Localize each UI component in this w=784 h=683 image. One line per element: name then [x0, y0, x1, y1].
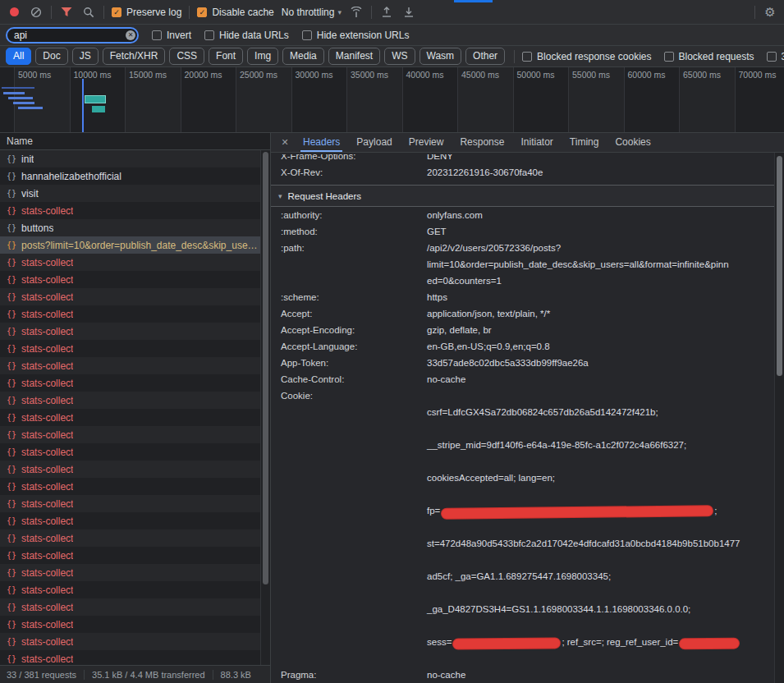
request-row[interactable]: {} stats-collect: [0, 202, 260, 219]
request-row[interactable]: {} stats-collect: [0, 616, 260, 633]
network-overview-timeline[interactable]: 5000 ms 10000 ms 15000 ms 20000 ms 25000…: [0, 67, 784, 133]
details-tab[interactable]: Payload: [348, 133, 400, 152]
header-name: Cookie:: [271, 387, 427, 667]
request-row[interactable]: {} stats-collect: [0, 633, 260, 650]
details-tab[interactable]: Headers: [295, 133, 348, 152]
top-blue-strip: [454, 0, 493, 2]
request-name: stats-collect: [21, 343, 73, 355]
type-filter-chip[interactable]: Manifest: [328, 48, 380, 65]
clear-filter-icon[interactable]: ✕: [126, 30, 135, 40]
json-braces-icon: {}: [7, 292, 16, 301]
request-row[interactable]: {} hannahelizabethofficial: [0, 167, 260, 185]
details-tab[interactable]: Timing: [562, 133, 607, 152]
close-details-button[interactable]: ✕: [276, 137, 294, 148]
requests-scrollbar[interactable]: [260, 150, 270, 665]
request-row[interactable]: {} stats-collect: [0, 305, 260, 323]
settings-button[interactable]: ⚙: [763, 5, 777, 20]
blocked-requests-checkbox[interactable]: Blocked requests: [664, 51, 754, 62]
request-type-filter-bar: All Doc JS Fetch/XHR CSS Font Img Media …: [0, 46, 784, 67]
scrollbar-thumb[interactable]: [777, 156, 782, 376]
details-tab[interactable]: Cookies: [607, 133, 658, 152]
request-row[interactable]: {} stats-collect: [0, 650, 260, 665]
gear-icon: ⚙: [764, 6, 775, 18]
type-filter-chip[interactable]: Img: [247, 48, 278, 65]
request-row[interactable]: {} stats-collect: [0, 495, 260, 512]
request-row[interactable]: {} stats-collect: [0, 374, 260, 392]
overview-bar: [8, 97, 33, 99]
request-row[interactable]: {} stats-collect: [0, 392, 260, 409]
resources-size: 88.3 kB: [221, 670, 259, 680]
type-filter-chip[interactable]: Fetch/XHR: [103, 48, 166, 65]
request-name: stats-collect: [21, 550, 73, 562]
request-name: stats-collect: [21, 395, 73, 406]
request-row[interactable]: {} buttons: [0, 219, 260, 236]
type-filter-chip[interactable]: All: [6, 48, 31, 65]
checkbox-box: [302, 30, 312, 40]
request-row[interactable]: {} stats-collect: [0, 598, 260, 616]
json-braces-icon: {}: [7, 499, 16, 508]
request-headers-section-header[interactable]: ▾ Request Headers: [271, 185, 774, 207]
type-filter-chip[interactable]: CSS: [169, 48, 204, 65]
request-row[interactable]: {} stats-collect: [0, 340, 260, 357]
overview-bar-teal: [92, 106, 105, 112]
json-braces-icon: {}: [7, 327, 16, 336]
request-row[interactable]: {} stats-collect: [0, 478, 260, 495]
type-filter-chip[interactable]: Media: [282, 48, 324, 65]
request-row[interactable]: {} posts?limit=10&order=publish_date_des…: [0, 236, 260, 254]
details-tab[interactable]: Response: [452, 133, 512, 152]
time-tick-label: 60000 ms: [628, 70, 666, 80]
request-row[interactable]: {} stats-collect: [0, 529, 260, 547]
header-row: Cache-Control: no-cache: [271, 371, 774, 387]
request-row[interactable]: {} init: [0, 150, 260, 167]
checkbox-box: [767, 52, 777, 62]
type-filter-chip[interactable]: JS: [72, 48, 99, 65]
toolbar-divider: [103, 6, 104, 19]
request-row[interactable]: {} stats-collect: [0, 443, 260, 461]
details-tab[interactable]: Preview: [401, 133, 452, 152]
clear-icon: [30, 7, 42, 18]
request-row[interactable]: {} stats-collect: [0, 564, 260, 581]
type-filter-chip[interactable]: Font: [209, 48, 243, 65]
request-row[interactable]: {} stats-collect: [0, 288, 260, 305]
toolbar-divider: [371, 6, 372, 19]
import-har-button[interactable]: [379, 5, 394, 20]
clear-button[interactable]: [29, 5, 44, 20]
header-name: X-Frame-Options:: [271, 154, 427, 164]
json-braces-icon: {}: [7, 637, 16, 646]
overview-time-column: 40000 ms: [402, 67, 458, 132]
request-row[interactable]: {} visit: [0, 185, 260, 202]
filter-toggle-button[interactable]: [59, 5, 74, 20]
details-scrollbar[interactable]: [774, 153, 784, 683]
filter-input[interactable]: [6, 27, 139, 44]
preserve-log-checkbox[interactable]: ✓ Preserve log: [112, 7, 181, 18]
request-row[interactable]: {} stats-collect: [0, 323, 260, 340]
request-row[interactable]: {} stats-collect: [0, 426, 260, 443]
request-row[interactable]: {} stats-collect: [0, 581, 260, 598]
request-row[interactable]: {} stats-collect: [0, 254, 260, 271]
disable-cache-checkbox[interactable]: ✓ Disable cache: [197, 7, 273, 18]
invert-checkbox[interactable]: Invert: [152, 30, 191, 41]
request-row[interactable]: {} stats-collect: [0, 461, 260, 478]
hide-data-urls-checkbox[interactable]: Hide data URLs: [204, 30, 289, 41]
hide-extension-urls-checkbox[interactable]: Hide extension URLs: [302, 30, 410, 41]
request-row[interactable]: {} stats-collect: [0, 547, 260, 564]
type-filter-chip[interactable]: WS: [384, 48, 415, 65]
throttling-dropdown[interactable]: No throttling ▾: [282, 7, 342, 18]
request-row[interactable]: {} stats-collect: [0, 357, 260, 374]
request-row[interactable]: {} stats-collect: [0, 271, 260, 288]
type-filter-chip[interactable]: Other: [465, 48, 505, 65]
blocked-response-cookies-checkbox[interactable]: Blocked response cookies: [522, 51, 651, 62]
record-button[interactable]: [7, 5, 21, 20]
type-filter-chip[interactable]: Wasm: [420, 48, 462, 65]
request-row[interactable]: {} stats-collect: [0, 409, 260, 426]
request-row[interactable]: {} stats-collect: [0, 512, 260, 529]
header-name: Accept-Encoding:: [271, 322, 427, 338]
third-party-requests-checkbox[interactable]: 3rd-party requests: [767, 51, 784, 62]
search-button[interactable]: [81, 5, 96, 20]
scrollbar-thumb[interactable]: [263, 152, 268, 584]
name-column-header[interactable]: Name: [0, 133, 270, 150]
details-tab[interactable]: Initiator: [512, 133, 561, 152]
network-conditions-button[interactable]: [349, 5, 364, 20]
type-filter-chip[interactable]: Doc: [35, 48, 67, 65]
export-har-button[interactable]: [401, 5, 416, 20]
